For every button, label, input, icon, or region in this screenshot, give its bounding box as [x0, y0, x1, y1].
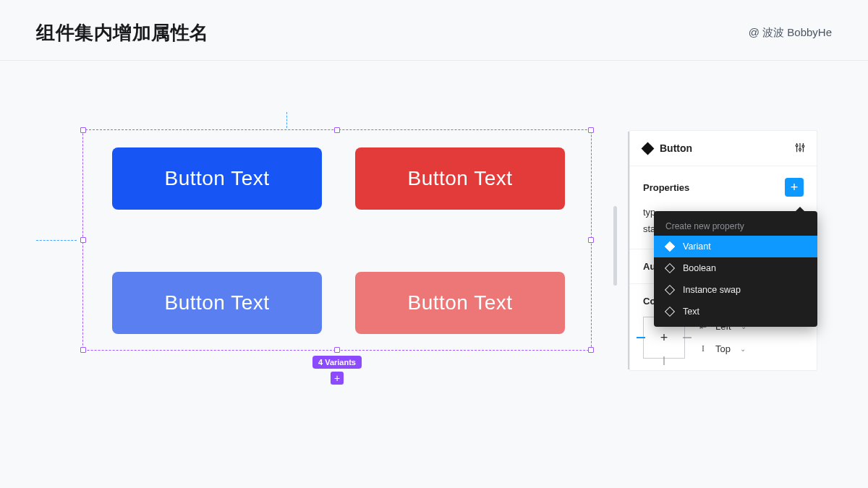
selection-handle[interactable]	[588, 237, 594, 243]
chevron-down-icon: ⌄	[740, 345, 746, 353]
page-author: @ 波波 BobbyHe	[749, 26, 832, 40]
selection-handle[interactable]	[588, 127, 594, 133]
alignment-guide-vertical	[286, 112, 287, 128]
instance-swap-icon	[665, 286, 674, 294]
variant-button-danger-soft[interactable]: Button Text	[355, 272, 565, 334]
svg-point-5	[802, 145, 804, 147]
menu-item-variant[interactable]: Variant	[654, 236, 817, 257]
boolean-icon	[665, 264, 674, 273]
selection-handle[interactable]	[334, 127, 340, 133]
constraint-indicator-right-icon	[683, 338, 692, 338]
component-name: Button	[660, 142, 692, 154]
text-property-icon	[665, 307, 674, 316]
alignment-guide-horizontal	[36, 240, 77, 241]
selection-handle[interactable]	[588, 347, 594, 353]
selection-handle[interactable]	[334, 347, 340, 353]
add-property-button[interactable]: +	[785, 178, 804, 197]
inspector-scrollbar[interactable]	[613, 206, 617, 286]
selection-handle[interactable]	[80, 347, 86, 353]
variant-icon	[665, 242, 674, 251]
constraint-vertical-select[interactable]: I Top ⌄	[698, 343, 746, 354]
create-property-menu: Create new property Variant Boolean Inst…	[654, 211, 817, 327]
variant-button-primary-soft[interactable]: Button Text	[112, 272, 322, 334]
inspector-component-section: Button	[630, 131, 817, 166]
button-label: Button Text	[407, 167, 512, 190]
menu-item-boolean[interactable]: Boolean	[654, 257, 817, 279]
constraint-indicator-bottom-icon	[664, 356, 665, 365]
variant-button-primary-default[interactable]: Button Text	[112, 147, 322, 210]
selection-handle[interactable]	[80, 237, 86, 243]
constraint-v-value: Top	[715, 343, 731, 354]
menu-item-label: Variant	[683, 241, 711, 252]
variants-count-label: 4 Variants	[312, 356, 362, 369]
component-icon	[643, 144, 652, 153]
properties-label: Properties	[643, 182, 689, 193]
page-header: 组件集内增加属性名 @ 波波 BobbyHe	[0, 0, 868, 61]
variant-button-danger-default[interactable]: Button Text	[355, 147, 565, 210]
menu-item-text[interactable]: Text	[654, 301, 817, 322]
menu-item-label: Boolean	[683, 263, 716, 273]
menu-item-label: Instance swap	[683, 285, 741, 295]
page-title: 组件集内增加属性名	[36, 20, 209, 46]
button-label: Button Text	[164, 291, 269, 314]
selection-handle[interactable]	[80, 127, 86, 133]
add-variant-button[interactable]: +	[331, 372, 344, 385]
canvas-area[interactable]: Button Text Button Text Button Text Butt…	[36, 112, 593, 394]
constraint-indicator-left-icon	[637, 337, 645, 338]
vertical-bar-icon: I	[698, 343, 708, 354]
menu-header: Create new property	[654, 215, 817, 236]
button-label: Button Text	[407, 291, 512, 314]
menu-item-label: Text	[683, 307, 699, 317]
svg-point-3	[799, 148, 801, 150]
svg-point-1	[796, 145, 798, 147]
menu-item-instance-swap[interactable]: Instance swap	[654, 279, 817, 301]
button-label: Button Text	[164, 167, 269, 190]
component-set-frame[interactable]: Button Text Button Text Button Text Butt…	[82, 129, 592, 351]
adjust-icon[interactable]	[795, 142, 805, 153]
